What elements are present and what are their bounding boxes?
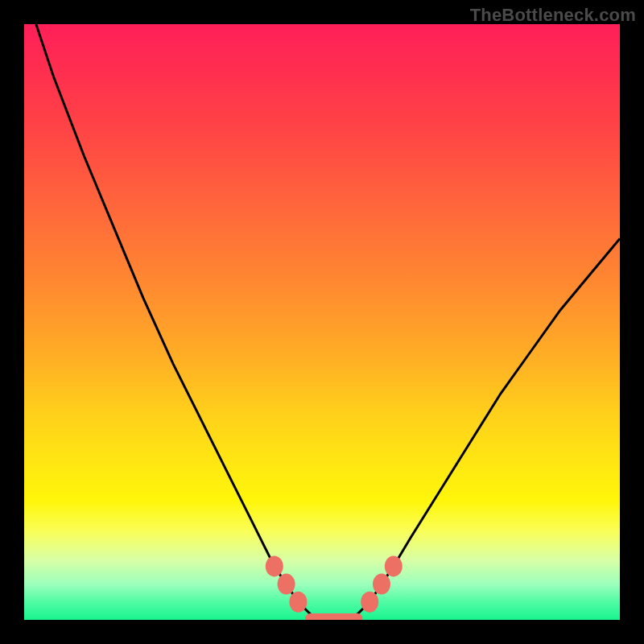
plot-area: [24, 24, 620, 620]
curve-marker: [289, 592, 307, 613]
curve-marker: [266, 555, 283, 576]
curve-marker: [278, 574, 295, 595]
bottleneck-curve: [24, 24, 620, 620]
flat-segment-marker: [305, 613, 362, 620]
watermark-text: TheBottleneck.com: [470, 5, 636, 26]
curve-marker: [361, 592, 378, 613]
curve-marker: [385, 555, 402, 576]
curve-markers: [266, 555, 402, 612]
curve-line: [36, 24, 620, 620]
curve-marker: [373, 574, 390, 595]
chart-frame: TheBottleneck.com: [0, 0, 644, 644]
